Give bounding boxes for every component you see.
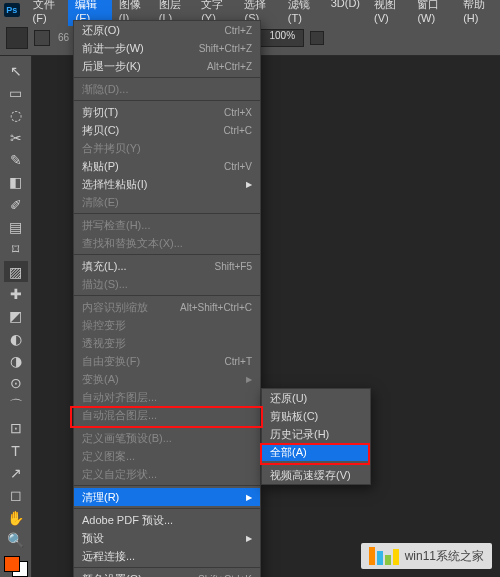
brush-size: 66 — [56, 32, 71, 43]
tool-5[interactable]: ◧ — [4, 172, 28, 193]
brush-preview[interactable] — [34, 30, 50, 46]
tool-18[interactable]: ↗ — [4, 462, 28, 483]
tool-20[interactable]: ✋ — [4, 507, 28, 528]
menu-separator — [74, 426, 260, 427]
submenu-item-3[interactable]: 全部(A) — [262, 443, 370, 461]
tool-8[interactable]: ⌑ — [4, 239, 28, 260]
submenu-item-2[interactable]: 历史记录(H) — [262, 425, 370, 443]
menu-separator — [74, 254, 260, 255]
airbrush-icon[interactable] — [310, 31, 324, 45]
menu-separator — [74, 100, 260, 101]
edit-menu-item-11: 清除(E) — [74, 193, 260, 211]
watermark-text: win11系统之家 — [405, 548, 484, 565]
menu-8[interactable]: 视图(V) — [367, 0, 410, 26]
flow-input[interactable]: 100% — [260, 29, 304, 47]
menubar: Ps 文件(F)编辑(E)图像(I)图层(L)文字(Y)选择(S)滤镜(T)3D… — [0, 0, 500, 20]
edit-menu-item-16[interactable]: 填充(L)...Shift+F5 — [74, 257, 260, 275]
edit-menu-item-9[interactable]: 粘贴(P)Ctrl+V — [74, 157, 260, 175]
menu-6[interactable]: 滤镜(T) — [281, 0, 324, 26]
edit-menu-item-14: 查找和替换文本(X)... — [74, 234, 260, 252]
tool-13[interactable]: ◑ — [4, 350, 28, 371]
edit-menu-item-24: 自动对齐图层... — [74, 388, 260, 406]
tool-0[interactable]: ↖ — [4, 60, 28, 81]
tool-4[interactable]: ✎ — [4, 149, 28, 170]
edit-menu-item-22: 自由变换(F)Ctrl+T — [74, 352, 260, 370]
edit-menu-item-0[interactable]: 还原(O)Ctrl+Z — [74, 21, 260, 39]
tool-17[interactable]: T — [4, 440, 28, 461]
submenu-item-1[interactable]: 剪贴板(C) — [262, 407, 370, 425]
edit-menu-item-7[interactable]: 拷贝(C)Ctrl+C — [74, 121, 260, 139]
menu-separator — [74, 77, 260, 78]
tool-11[interactable]: ◩ — [4, 306, 28, 327]
edit-menu-item-27: 定义画笔预设(B)... — [74, 429, 260, 447]
edit-menu-item-6[interactable]: 剪切(T)Ctrl+X — [74, 103, 260, 121]
tool-19[interactable]: ◻ — [4, 485, 28, 506]
submenu-separator — [262, 463, 370, 464]
tool-7[interactable]: ▤ — [4, 216, 28, 237]
edit-menu-item-13: 拼写检查(H)... — [74, 216, 260, 234]
menu-10[interactable]: 帮助(H) — [456, 0, 500, 26]
edit-menu-item-28: 定义图案... — [74, 447, 260, 465]
edit-menu-item-2[interactable]: 后退一步(K)Alt+Ctrl+Z — [74, 57, 260, 75]
tool-preset[interactable] — [6, 27, 28, 49]
edit-menu-item-33[interactable]: Adobe PDF 预设... — [74, 511, 260, 529]
tool-14[interactable]: ⊙ — [4, 373, 28, 394]
tool-12[interactable]: ◐ — [4, 328, 28, 349]
tool-1[interactable]: ▭ — [4, 82, 28, 103]
ps-logo: Ps — [4, 3, 20, 17]
edit-menu-item-1[interactable]: 前进一步(W)Shift+Ctrl+Z — [74, 39, 260, 57]
tool-9[interactable]: ▨ — [4, 261, 28, 282]
menu-9[interactable]: 窗口(W) — [410, 0, 456, 26]
tool-15[interactable]: ⌒ — [4, 395, 28, 416]
menu-separator — [74, 485, 260, 486]
menu-separator — [74, 213, 260, 214]
edit-menu-item-17: 描边(S)... — [74, 275, 260, 293]
watermark-icon — [369, 547, 399, 565]
tool-3[interactable]: ✂ — [4, 127, 28, 148]
edit-menu-item-25: 自动混合图层... — [74, 406, 260, 424]
tool-10[interactable]: ✚ — [4, 283, 28, 304]
edit-menu-item-20: 操控变形 — [74, 316, 260, 334]
edit-menu-item-31[interactable]: 清理(R)▶ — [74, 488, 260, 506]
tool-21[interactable]: 🔍 — [4, 529, 28, 550]
purge-submenu: 还原(U)剪贴板(C)历史记录(H)全部(A)视频高速缓存(V) — [261, 388, 371, 485]
tool-16[interactable]: ⊡ — [4, 418, 28, 439]
tool-6[interactable]: ✐ — [4, 194, 28, 215]
color-swatches[interactable] — [4, 556, 28, 577]
edit-menu-item-21: 透视变形 — [74, 334, 260, 352]
edit-menu-item-29: 定义自定形状... — [74, 465, 260, 483]
toolbox: ↖▭◌✂✎◧✐▤⌑▨✚◩◐◑⊙⌒⊡T↗◻✋🔍 — [0, 56, 32, 577]
edit-menu-item-19: 内容识别缩放Alt+Shift+Ctrl+C — [74, 298, 260, 316]
tool-2[interactable]: ◌ — [4, 105, 28, 126]
menu-7[interactable]: 3D(D) — [324, 0, 367, 26]
menu-separator — [74, 508, 260, 509]
edit-menu-item-37[interactable]: 颜色设置(G)...Shift+Ctrl+K — [74, 570, 260, 577]
watermark: win11系统之家 — [361, 543, 492, 569]
edit-menu-item-10[interactable]: 选择性粘贴(I)▶ — [74, 175, 260, 193]
edit-menu-item-8: 合并拷贝(Y) — [74, 139, 260, 157]
submenu-item-5[interactable]: 视频高速缓存(V) — [262, 466, 370, 484]
menu-0[interactable]: 文件(F) — [26, 0, 69, 26]
submenu-item-0[interactable]: 还原(U) — [262, 389, 370, 407]
edit-menu-dropdown: 还原(O)Ctrl+Z前进一步(W)Shift+Ctrl+Z后退一步(K)Alt… — [73, 20, 261, 577]
edit-menu-item-34[interactable]: 预设▶ — [74, 529, 260, 547]
menu-separator — [74, 567, 260, 568]
edit-menu-item-35[interactable]: 远程连接... — [74, 547, 260, 565]
edit-menu-item-4: 渐隐(D)... — [74, 80, 260, 98]
edit-menu-item-23: 变换(A)▶ — [74, 370, 260, 388]
menu-separator — [74, 295, 260, 296]
